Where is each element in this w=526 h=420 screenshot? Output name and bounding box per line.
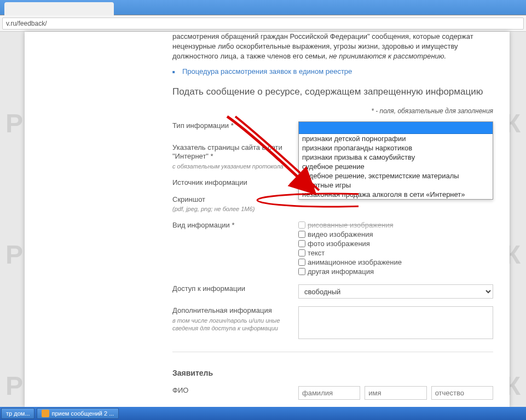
patronymic-input[interactable] <box>431 386 493 400</box>
info-kind-text-label: текст <box>308 249 325 257</box>
surname-input[interactable] <box>298 386 360 400</box>
screenshot-label: Скриншот (pdf, jpeg, png; не более 1М6) <box>172 195 298 213</box>
url-input[interactable]: v.ru/feedback/ <box>2 18 524 30</box>
info-type-dropdown: признаки детской порнографии признаки пр… <box>298 121 493 200</box>
name-input[interactable] <box>365 386 426 400</box>
info-kind-checkbox-anim[interactable] <box>298 259 305 266</box>
task-app-icon <box>42 410 49 417</box>
section-title: Подать сообщение о ресурсе, содержащем з… <box>172 86 493 97</box>
required-fields-note: * - поля, обязательные для заполнения <box>172 107 493 115</box>
extra-info-label: Дополнительная информация в том числе ло… <box>172 306 298 332</box>
browser-tab-strip <box>0 0 526 15</box>
dropdown-option[interactable]: азартные игры <box>299 180 493 190</box>
taskbar-item[interactable]: тр дом... <box>1 408 34 419</box>
info-kind-checkbox-photo[interactable] <box>298 240 305 247</box>
dropdown-option[interactable]: признаки детской порнографии <box>299 134 493 143</box>
intro-paragraph: рассмотрения обращений граждан Российско… <box>172 32 493 62</box>
info-kind-video-label: видео изображения <box>308 230 373 238</box>
dropdown-option[interactable]: судебное решение <box>299 162 493 171</box>
procedure-link[interactable]: Процедура рассмотрения заявок в едином р… <box>182 67 352 75</box>
source-label: Источник информации <box>172 178 298 188</box>
taskbar-item[interactable]: прием сообщений 2 ... <box>37 408 119 419</box>
procedure-link-item: Процедура рассмотрения заявок в едином р… <box>172 67 493 75</box>
dropdown-option[interactable]: судебное решение, экстремистские материа… <box>299 171 493 180</box>
info-kind-checkbox-text[interactable] <box>298 249 305 256</box>
applicant-heading: Заявитель <box>172 369 493 377</box>
browser-tab[interactable] <box>4 2 114 15</box>
dropdown-selected-row[interactable] <box>299 122 493 134</box>
extra-info-textarea[interactable] <box>298 306 493 339</box>
info-kind-checkbox-video[interactable] <box>298 231 305 238</box>
info-kind-photo-label: фото изображения <box>308 240 370 248</box>
info-type-label: Тип информации * <box>172 121 298 131</box>
info-kind-label: Вид информации * <box>172 221 298 230</box>
info-kind-drawn-label: рисованные изображения <box>308 221 394 229</box>
access-label: Доступ к информации <box>172 284 298 294</box>
page-card: рассмотрения обращений граждан Российско… <box>25 32 510 407</box>
info-kind-checkbox-drawn[interactable] <box>298 221 305 229</box>
access-select[interactable]: свободный <box>298 284 493 299</box>
dropdown-option[interactable]: признаки призыва к самоубийству <box>299 153 493 162</box>
url-label: Указатель страницы сайта в сети "Интерне… <box>172 143 298 171</box>
dropdown-option[interactable]: признаки пропаганды наркотиков <box>299 143 493 153</box>
info-kind-checkbox-other[interactable] <box>298 268 305 275</box>
info-kind-anim-label: анимационное изображение <box>308 258 402 266</box>
address-bar: v.ru/feedback/ <box>0 15 526 32</box>
separator <box>172 352 493 352</box>
fio-label: ФИО <box>172 386 298 395</box>
dropdown-option[interactable]: незаконная продажа алкоголя в сети «Инте… <box>299 190 493 199</box>
info-kind-other-label: другая информация <box>308 267 374 276</box>
url-text: v.ru/feedback/ <box>6 20 47 27</box>
taskbar: тр дом... прием сообщений 2 ... <box>0 407 526 420</box>
